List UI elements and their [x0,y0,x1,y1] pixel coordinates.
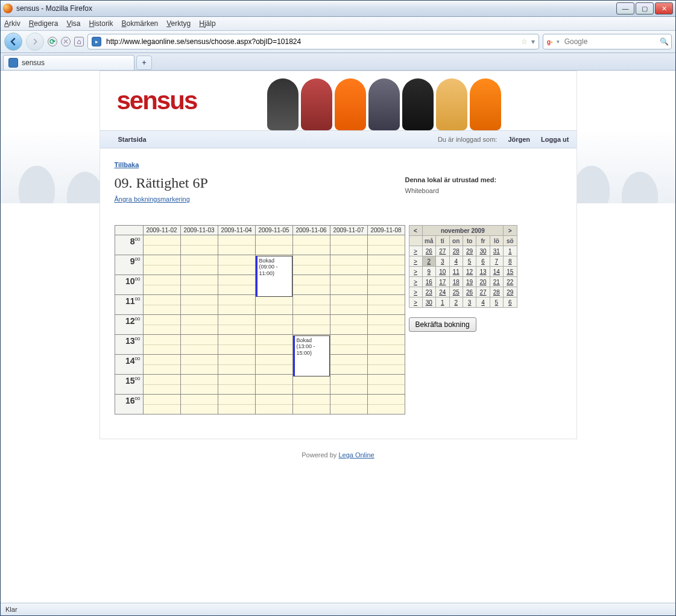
schedule-cell[interactable] [367,395,405,414]
schedule-cell[interactable] [367,355,405,375]
back-link[interactable]: Tillbaka [115,161,139,168]
dropdown-icon[interactable]: ▾ [557,39,560,45]
cal-day[interactable]: 6 [504,297,517,308]
schedule-cell[interactable] [367,255,405,275]
cal-day[interactable]: 29 [463,246,476,256]
cal-day[interactable]: 10 [436,267,449,277]
schedule-cell[interactable] [330,395,367,414]
schedule-cell[interactable] [218,235,255,255]
schedule-cell[interactable] [143,335,180,355]
schedule-cell[interactable] [292,375,330,395]
cal-day[interactable]: 15 [504,267,517,277]
schedule-cell[interactable] [180,275,218,295]
schedule-cell[interactable] [330,275,367,295]
schedule-cell[interactable] [367,375,405,395]
schedule-cell[interactable] [218,255,255,275]
schedule-cell[interactable] [143,295,180,315]
search-bar[interactable]: g▪ ▾ 🔍 [543,34,672,49]
schedule-cell[interactable] [292,315,330,335]
home-icon[interactable]: ⌂ [74,37,84,46]
schedule-cell[interactable] [143,315,180,335]
schedule-cell[interactable] [330,335,367,355]
schedule-cell[interactable] [330,355,367,375]
cal-day[interactable]: 25 [449,287,463,297]
schedule-cell[interactable] [143,375,180,395]
menu-historik[interactable]: Historik [89,19,113,28]
cal-day[interactable]: 2 [449,297,463,308]
cal-row-nav[interactable]: > [409,277,422,287]
url-bar[interactable]: ▸ ☆ ▾ [87,34,539,49]
schedule-cell[interactable] [330,235,367,255]
schedule-cell[interactable]: Bokad(09:00 - 11:00) [255,255,292,275]
schedule-cell[interactable] [143,395,180,414]
cal-day[interactable]: 4 [476,297,490,308]
schedule-cell[interactable] [180,335,218,355]
cal-day[interactable]: 8 [504,256,517,267]
cal-row-nav[interactable]: > [409,256,422,267]
cal-day[interactable]: 1 [436,297,449,308]
schedule-cell[interactable] [367,275,405,295]
schedule-cell[interactable] [180,295,218,315]
cal-day[interactable]: 14 [490,267,503,277]
cal-day[interactable]: 13 [476,267,490,277]
schedule-cell[interactable] [180,255,218,275]
minimize-button[interactable]: — [616,2,634,14]
schedule-cell[interactable] [180,375,218,395]
schedule-cell[interactable] [143,275,180,295]
schedule-cell[interactable] [218,335,255,355]
close-button[interactable]: ✕ [655,2,673,14]
schedule-cell[interactable] [218,375,255,395]
cal-day[interactable]: 30 [476,246,490,256]
cal-day[interactable]: 19 [463,277,476,287]
menu-bokmärken[interactable]: Bokmärken [122,19,159,28]
booking[interactable]: Bokad(13:00 - 15:00) [293,335,330,376]
reload-icon[interactable]: ⟳ [48,37,57,46]
schedule-cell[interactable] [367,295,405,315]
cal-day[interactable]: 1 [504,246,517,256]
schedule-cell[interactable] [180,235,218,255]
schedule-cell[interactable]: Bokad(13:00 - 15:00) [292,335,330,355]
search-input[interactable] [563,37,656,46]
menu-arkiv[interactable]: Arkiv [4,19,21,28]
cal-day[interactable]: 20 [476,277,490,287]
maximize-button[interactable]: ▢ [636,2,654,14]
cal-day[interactable]: 4 [449,256,463,267]
cal-day[interactable]: 31 [490,246,503,256]
nav-startsida[interactable]: Startsida [118,136,147,143]
schedule-cell[interactable] [292,275,330,295]
cal-day[interactable]: 22 [504,277,517,287]
cal-day[interactable]: 27 [476,287,490,297]
schedule-cell[interactable] [367,335,405,355]
schedule-cell[interactable] [218,295,255,315]
bookmark-star-icon[interactable]: ☆ [521,37,528,46]
cal-day[interactable]: 12 [463,267,476,277]
cal-day[interactable]: 5 [463,256,476,267]
schedule-cell[interactable] [292,235,330,255]
schedule-cell[interactable] [292,255,330,275]
cal-day[interactable]: 2 [422,256,436,267]
cal-day[interactable]: 11 [449,267,463,277]
schedule-cell[interactable] [180,315,218,335]
schedule-cell[interactable] [255,355,292,375]
schedule-cell[interactable] [180,395,218,414]
menu-redigera[interactable]: Redigera [29,19,58,28]
cal-day[interactable]: 29 [504,287,517,297]
forward-button[interactable] [26,33,44,51]
schedule-cell[interactable] [255,395,292,414]
menu-visa[interactable]: Visa [66,19,80,28]
cal-day[interactable]: 3 [436,256,449,267]
cal-day[interactable]: 23 [422,287,436,297]
cal-day[interactable]: 26 [463,287,476,297]
nav-user[interactable]: Jörgen [508,136,530,143]
cal-day[interactable]: 28 [449,246,463,256]
schedule-cell[interactable] [255,235,292,255]
cal-day[interactable]: 5 [490,297,503,308]
schedule-cell[interactable] [367,235,405,255]
menu-hjälp[interactable]: Hjälp [199,19,215,28]
cal-day[interactable]: 28 [490,287,503,297]
schedule-cell[interactable] [218,315,255,335]
schedule-cell[interactable] [218,395,255,414]
schedule-cell[interactable] [218,355,255,375]
nav-logout[interactable]: Logga ut [541,136,569,143]
tab-sensus[interactable]: sensus [3,55,134,70]
